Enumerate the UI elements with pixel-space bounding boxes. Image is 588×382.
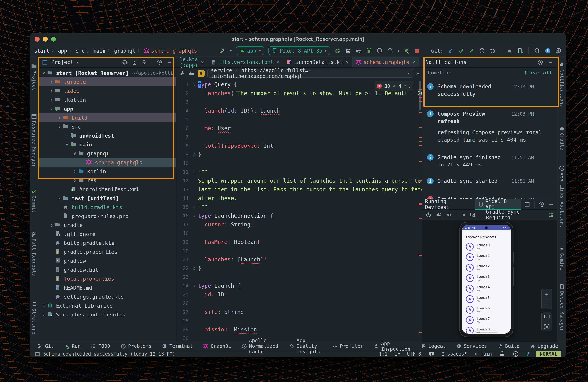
error-stripe-mark[interactable] [419,180,421,181]
gradle-sync-button[interactable] [506,47,513,54]
clear-all-link[interactable]: Clear all [525,70,552,76]
launch-list-item[interactable]: ALaunch 7Site... [462,315,511,325]
tree-node[interactable]: build.gradle.kts [39,238,176,247]
fold-marker-icon[interactable] [191,273,198,281]
home-indicator[interactable] [476,331,497,332]
toolwindow-button-run[interactable]: Run [64,343,81,349]
launch-list-item[interactable]: ALaunch 6Site... [462,304,511,315]
git-push-button[interactable] [468,47,475,54]
inspections-status-icon[interactable] [512,351,519,357]
sidebar-item-app-links-assistant[interactable]: App Links Assistant [557,166,566,228]
filter-settings-icon[interactable] [188,70,195,77]
tree-node[interactable]: ❯.gradle [39,77,176,86]
zoom-fit-button[interactable] [542,321,552,331]
sidebar-item-gradle[interactable]: Gradle [557,126,566,150]
error-stripe-mark[interactable] [419,161,421,162]
toolwindow-button-profiler[interactable]: Profiler [333,343,363,349]
tree-node[interactable]: proguard-rules.pro [39,212,176,221]
tree-node[interactable]: ❯androidTest [39,131,176,140]
tree-node[interactable]: ❯build [39,113,176,122]
error-stripe-mark[interactable] [419,89,421,90]
more-actions-icon[interactable]: » [416,70,419,76]
launch-list-item[interactable]: ALaunch 1Site... [462,252,511,262]
tab-le-kts-app-[interactable]: le.kts (:app)× [176,57,207,67]
tree-node[interactable]: settings.gradle.kts [39,292,176,301]
tree-node[interactable]: MDREADME.md [39,283,176,292]
fold-marker-icon[interactable] [191,220,198,229]
fold-marker-icon[interactable] [191,238,198,246]
error-stripe[interactable] [419,79,422,342]
tree-chevron-icon[interactable]: ∨ [41,71,47,75]
tree-chevron-icon[interactable]: ∨ [48,106,55,111]
fold-marker-icon[interactable]: ∨ [191,80,198,89]
tree-node[interactable]: ∨start [Rocket Reserver]~/apollo-kotli [39,68,176,77]
sidebar-item-structure[interactable]: Structure [30,301,38,335]
toolwindow-button-services[interactable]: Services [456,343,487,349]
launch-list-item[interactable]: ALaunch 5Site... [462,294,511,304]
launch-list-item[interactable]: ALaunch 3Site... [462,273,511,283]
error-stripe-mark[interactable] [419,112,421,113]
tree-node[interactable]: ❯.idea [39,86,176,95]
launch-list-item[interactable]: ALaunch 2Site... [462,262,511,273]
fold-marker-icon[interactable] [191,194,198,203]
wrench-icon[interactable] [179,70,186,77]
inspections-widget[interactable]: ! 30 ✓✓ 4 ⌃ ⌄ [374,81,413,91]
fold-marker-icon[interactable] [191,317,198,325]
sidebar-item-pull-requests[interactable]: Pull Requests [30,232,38,276]
prev-problem-icon[interactable]: ⌃ [404,82,406,90]
code-editor[interactable]: 1∨type Query {2 launches("The number of … [176,79,422,342]
close-icon[interactable]: × [276,60,279,65]
hide-panel-icon[interactable] [547,59,554,65]
close-icon[interactable]: × [201,60,204,65]
line-separator[interactable]: LF [394,351,400,357]
profile-button[interactable] [376,47,383,54]
error-stripe-mark[interactable] [419,332,421,333]
tree-node[interactable]: .gitignore [39,230,176,238]
power-icon[interactable] [425,212,432,218]
notification-item[interactable]: !Gradle sync failed in11:49 AM [422,193,557,199]
tree-node[interactable]: ∨graphql [39,149,176,158]
tree-node[interactable]: ∨src [39,122,176,131]
fold-marker-icon[interactable] [191,106,198,115]
tree-node[interactable]: ❯External Libraries [39,301,176,310]
fold-marker-icon[interactable] [191,290,198,299]
toolwindow-button-upgrade[interactable]: Upgrade [530,343,558,349]
breadcrumb-item[interactable]: main [93,48,105,54]
chevron-down-icon[interactable]: ▾ [77,60,79,64]
tree-node[interactable]: MFAndroidManifest.xml [39,185,176,194]
device-tab[interactable]: Pixel 8 API [475,199,521,210]
stop-button[interactable] [414,47,420,54]
volume-down-icon[interactable] [446,212,452,218]
scrollbar-thumb[interactable] [419,81,421,110]
tree-node[interactable]: ∨app [39,104,176,113]
sidebar-item-project[interactable]: Project [30,64,38,91]
unlock-icon[interactable] [499,351,505,357]
graphql-endpoint-select[interactable]: service - https://apollo-fullst…-tutoria… [207,69,413,78]
notification-item[interactable]: iGradle sync started11:51 AM [422,175,557,185]
build-hammer-icon[interactable] [219,47,226,54]
notification-item[interactable]: iSchema downloaded successfully12:13 PM [422,81,557,98]
screenshot-icon[interactable] [469,212,476,218]
tree-chevron-icon[interactable]: ❯ [48,89,55,93]
error-stripe-mark[interactable] [419,97,421,98]
run-button[interactable] [334,47,341,54]
fold-marker-icon[interactable] [191,98,198,106]
error-stripe-mark[interactable] [419,137,421,138]
toolwindow-button-git[interactable]: Git [38,343,54,349]
expand-all-icon[interactable] [131,59,138,65]
breadcrumb-item[interactable]: graphql [114,48,136,54]
toolwindow-button-todo[interactable]: TODO [91,343,110,349]
fold-marker-icon[interactable] [191,308,198,317]
more-actions-icon[interactable]: » [462,212,465,218]
breadcrumb-item[interactable]: src [76,48,85,54]
tree-node[interactable]: schema.graphqls [39,158,176,167]
fold-marker-icon[interactable] [191,115,198,124]
toolwindow-button-app-inspection[interactable]: App Inspection [374,340,410,352]
tree-node[interactable]: local.properties [39,274,176,283]
launch-list[interactable]: ALaunch 0Site...ALaunch 1Site...ALaunch … [462,241,511,334]
fold-marker-icon[interactable] [191,159,198,168]
tree-chevron-icon[interactable]: ❯ [48,98,55,102]
error-stripe-mark[interactable] [419,141,421,142]
fold-marker-icon[interactable] [191,124,198,133]
toolwindow-button-problems[interactable]: Problems [121,343,151,349]
